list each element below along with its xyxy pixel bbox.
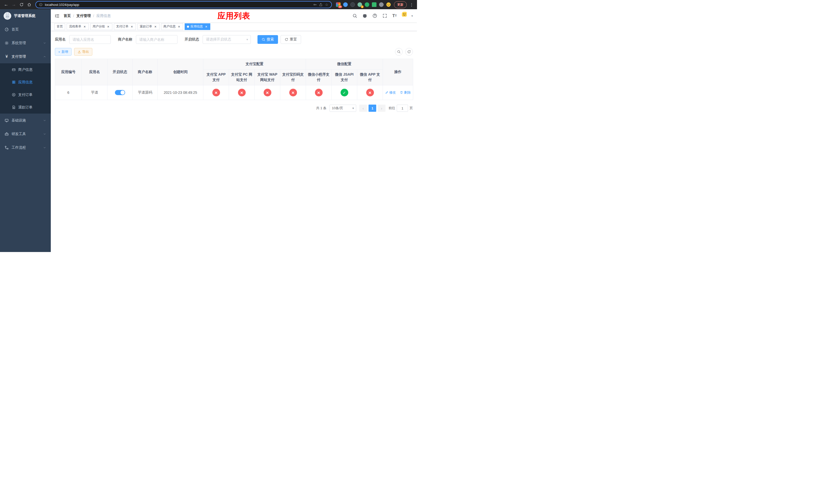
tab-user-group[interactable]: 用户分组 × [90,23,112,30]
add-button[interactable]: + 新增 [55,48,71,55]
sidebar-item-label: 商户信息 [18,67,32,72]
sidebar-item-merchant-info[interactable]: 商户信息 [0,63,51,76]
password-key-icon[interactable] [313,3,317,6]
chevron-down-icon [43,133,46,136]
prev-page-button[interactable]: ‹ [359,105,367,112]
sidebar-item-infrastructure[interactable]: 基础设施 [0,114,51,127]
forward-icon[interactable]: → [10,1,18,8]
status-select[interactable]: 请选择开启状态 ▾ [203,35,251,44]
status-icon-alipay-app [212,89,220,96]
sidebar-item-app-info[interactable]: 应用信息 [0,76,51,88]
extension-icon-puzzle[interactable] [379,2,384,7]
extension-icon-green-doc[interactable] [372,2,376,7]
filter-merchant-name: 商户名称 [118,35,177,44]
extensions-area: 10 1 [334,2,392,7]
app-name-input[interactable] [69,35,111,44]
status-icon-alipay-qr [289,89,297,96]
sidebar-item-payment[interactable]: ¥ 支付管理 [0,50,51,63]
sidebar-logo-row[interactable]: 芋道管理系统 [0,9,51,23]
sidebar-item-label: 支付订单 [18,93,32,97]
edit-button[interactable]: 修改 [385,90,396,95]
sidebar-item-pay-order[interactable]: 支付订单 [0,88,51,101]
cell-app-id: 6 [55,85,82,100]
browser-menu-icon[interactable]: ⋮ [409,2,414,7]
search-icon [397,50,401,53]
close-icon[interactable]: × [204,25,208,28]
status-toggle[interactable] [115,90,125,95]
refresh-table-button[interactable] [405,48,413,55]
search-icon [262,38,265,41]
header-tools: TT ▾ [352,12,413,20]
order-icon [12,93,16,97]
app-name-label: 应用名 [55,37,66,42]
close-icon[interactable]: × [177,25,181,28]
sidebar-item-dev-tools[interactable]: 研发工具 [0,127,51,141]
tab-app-info[interactable]: 应用信息 × [185,23,210,30]
sidebar-item-refund-order[interactable]: 退款订单 [0,101,51,114]
search-button[interactable]: 搜索 [258,35,278,44]
fullscreen-icon[interactable] [382,13,387,18]
site-info-icon[interactable] [39,3,43,6]
share-icon[interactable] [319,3,323,6]
export-button[interactable]: 导出 [74,48,92,55]
tab-process-form[interactable]: 流程表单 × [67,23,89,30]
refresh-icon [407,50,411,53]
app-shell: 芋道管理系统 首页 系统管理 ¥ 支付管理 商户信息 应用信息 [0,9,417,252]
extension-icon-blue[interactable] [343,2,348,7]
browser-update-button[interactable]: 更新 [394,1,407,8]
close-icon[interactable]: × [106,25,110,28]
sidebar-item-label: 支付管理 [12,54,26,59]
page-content: 应用名 商户名称 开启状态 请选择开启状态 ▾ 搜索 [51,31,417,252]
tab-home[interactable]: 首页 [54,23,65,30]
next-page-button[interactable]: › [378,105,386,112]
current-page-button[interactable]: 1 [369,105,376,112]
download-icon [78,50,81,53]
breadcrumb-item-home[interactable]: 首页 [64,14,71,18]
tab-merchant-info[interactable]: 商户信息 × [161,23,183,30]
close-icon[interactable]: × [130,25,134,28]
tab-refund-order[interactable]: 退款订单 × [137,23,159,30]
sidebar-item-label: 研发工具 [12,132,26,136]
font-size-icon[interactable]: TT [392,14,397,18]
page-size-select[interactable]: 10条/页 ▾ [330,105,356,112]
address-bar[interactable]: localhost:1024/pay/app ☆ [36,1,332,8]
breadcrumb-item-payment[interactable]: 支付管理 [76,14,91,18]
home-icon[interactable] [26,1,33,8]
close-icon[interactable]: × [83,25,86,28]
sidebar-item-label: 基础设施 [12,118,26,123]
extension-badge: 10 [338,5,342,8]
reset-button[interactable]: 重置 [281,35,301,44]
delete-button[interactable]: 删除 [400,90,411,95]
close-icon[interactable]: × [154,25,157,28]
tab-pay-order[interactable]: 支付订单 × [114,23,136,30]
search-icon[interactable] [352,13,357,18]
toggle-search-button[interactable] [395,48,403,55]
sidebar-item-workflow[interactable]: 工作流程 [0,141,51,154]
refresh-icon[interactable] [18,1,25,8]
merchant-name-input[interactable] [136,35,177,44]
github-icon[interactable] [363,13,367,18]
goto-page-input[interactable] [397,105,408,112]
cell-app-name: 芋道 [82,85,107,100]
sidebar-toggle-icon[interactable] [55,14,60,18]
url-text[interactable]: localhost:1024/pay/app [45,3,311,7]
status-label: 开启状态 [185,37,199,42]
user-menu[interactable]: ▾ [402,12,413,20]
app-table: 应用编号 应用名 开启状态 商户名称 创建时间 支付宝配置 微信配置 操作 支付… [55,59,413,100]
filter-status: 开启状态 请选择开启状态 ▾ [185,35,251,44]
sidebar-item-system[interactable]: 系统管理 [0,36,51,50]
pagination-total: 共 1 条 [316,106,327,111]
search-form: 应用名 商户名称 开启状态 请选择开启状态 ▾ 搜索 [55,35,413,44]
col-header-alipay-qr: 支付宝扫码支付 [280,69,306,85]
extension-icon-green-circle[interactable] [365,2,369,7]
sidebar-item-home[interactable]: 首页 [0,23,51,36]
extension-icon-dark[interactable] [350,2,355,7]
help-icon[interactable] [372,13,377,18]
extension-icon-avatar[interactable]: 1 [357,2,362,7]
back-icon[interactable]: ← [3,1,10,8]
extension-icon-colorful[interactable]: 10 [336,2,341,7]
toolbox-icon [5,132,9,136]
extension-icon-emoji[interactable] [386,2,391,7]
bookmark-star-icon[interactable]: ☆ [325,3,328,7]
status-icon-alipay-pc [238,89,246,96]
